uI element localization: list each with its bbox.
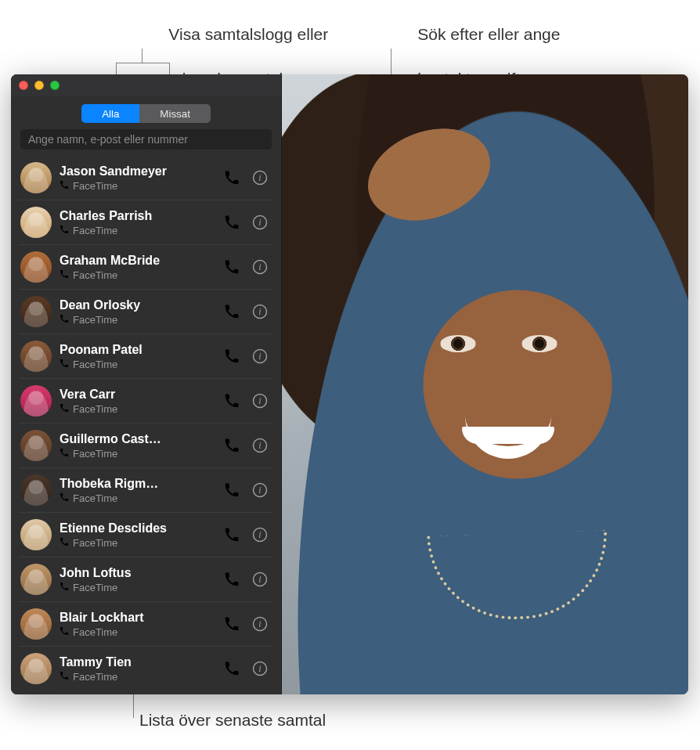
preview-illustration bbox=[465, 416, 551, 459]
search-input[interactable] bbox=[20, 129, 272, 150]
avatar bbox=[20, 162, 52, 193]
audio-call-button[interactable] bbox=[223, 303, 240, 320]
info-button[interactable]: i bbox=[251, 303, 269, 320]
info-button[interactable]: i bbox=[251, 214, 269, 231]
callout-leader bbox=[133, 691, 134, 718]
audio-call-button[interactable] bbox=[223, 392, 240, 409]
call-row[interactable]: Blair Lockhart FaceTime i bbox=[19, 602, 273, 647]
callout-recent-calls: Lista över senaste samtal bbox=[139, 711, 326, 730]
svg-text:i: i bbox=[258, 395, 261, 406]
call-type-label: FaceTime bbox=[73, 269, 117, 282]
info-button[interactable]: i bbox=[251, 169, 269, 186]
phone-icon bbox=[60, 403, 69, 416]
avatar bbox=[20, 608, 52, 640]
search-wrap bbox=[11, 129, 281, 156]
recent-calls-list[interactable]: Jason Sandmeyer FaceTime i Charles Parr bbox=[11, 156, 281, 694]
audio-call-button[interactable] bbox=[223, 571, 240, 588]
phone-icon bbox=[60, 448, 69, 460]
call-row[interactable]: Guillermo Cast… FaceTime i bbox=[19, 424, 273, 468]
svg-text:i: i bbox=[258, 574, 261, 585]
svg-text:i: i bbox=[258, 618, 261, 629]
call-row[interactable]: Charles Parrish FaceTime i bbox=[19, 200, 273, 245]
audio-call-button[interactable] bbox=[223, 615, 240, 633]
close-button[interactable] bbox=[19, 81, 28, 90]
call-row[interactable]: Poonam Patel FaceTime i bbox=[19, 334, 273, 379]
call-type-label: FaceTime bbox=[73, 671, 117, 683]
preview-illustration bbox=[427, 530, 610, 622]
avatar bbox=[20, 251, 52, 283]
avatar bbox=[20, 296, 52, 327]
audio-call-button[interactable] bbox=[223, 481, 240, 499]
call-type-label: FaceTime bbox=[73, 359, 117, 371]
info-button[interactable]: i bbox=[251, 571, 269, 588]
row-actions: i bbox=[223, 303, 270, 320]
row-actions: i bbox=[223, 348, 270, 365]
video-preview bbox=[282, 74, 688, 694]
call-type-label: FaceTime bbox=[73, 448, 117, 460]
info-button[interactable]: i bbox=[251, 660, 269, 677]
call-text: Tammy Tien FaceTime bbox=[60, 654, 215, 683]
call-subtitle: FaceTime bbox=[60, 269, 215, 282]
contact-name: Charles Parrish bbox=[60, 208, 215, 223]
info-button[interactable]: i bbox=[251, 437, 269, 454]
call-text: Vera Carr FaceTime bbox=[60, 387, 215, 416]
callout-text: Sök efter eller ange bbox=[417, 25, 560, 43]
window-titlebar bbox=[11, 74, 281, 96]
call-type-label: FaceTime bbox=[73, 403, 117, 416]
svg-text:i: i bbox=[258, 351, 261, 362]
row-actions: i bbox=[223, 660, 270, 677]
contact-name: Etienne Desclides bbox=[60, 521, 215, 535]
audio-call-button[interactable] bbox=[223, 169, 240, 186]
audio-call-button[interactable] bbox=[223, 526, 240, 543]
avatar bbox=[20, 430, 52, 461]
call-row[interactable]: John Loftus FaceTime i bbox=[19, 557, 273, 602]
svg-text:i: i bbox=[258, 172, 261, 183]
phone-icon bbox=[60, 671, 69, 683]
row-actions: i bbox=[223, 258, 270, 276]
info-button[interactable]: i bbox=[251, 615, 269, 633]
contact-name: Thobeka Rigm… bbox=[60, 476, 215, 491]
phone-icon bbox=[60, 492, 69, 505]
call-subtitle: FaceTime bbox=[60, 492, 215, 505]
call-row[interactable]: Jason Sandmeyer FaceTime i bbox=[19, 156, 273, 200]
phone-icon bbox=[60, 537, 69, 550]
call-text: Blair Lockhart FaceTime bbox=[60, 610, 215, 639]
call-text: John Loftus FaceTime bbox=[60, 565, 215, 594]
call-subtitle: FaceTime bbox=[60, 626, 215, 639]
avatar bbox=[20, 207, 52, 238]
audio-call-button[interactable] bbox=[223, 258, 240, 276]
call-row[interactable]: Graham McBride FaceTime i bbox=[19, 245, 273, 290]
contact-name: Vera Carr bbox=[60, 387, 215, 402]
minimize-button[interactable] bbox=[34, 81, 44, 90]
audio-call-button[interactable] bbox=[223, 660, 240, 677]
call-row[interactable]: Etienne Desclides FaceTime i bbox=[19, 513, 273, 557]
audio-call-button[interactable] bbox=[223, 437, 240, 454]
svg-text:i: i bbox=[258, 261, 261, 272]
tab-missed-calls[interactable]: Missat bbox=[139, 104, 211, 123]
info-button[interactable]: i bbox=[251, 348, 269, 365]
callout-text: Visa samtalslogg eller bbox=[168, 25, 328, 43]
contact-name: Guillermo Cast… bbox=[60, 431, 215, 446]
row-actions: i bbox=[223, 571, 270, 588]
call-type-label: FaceTime bbox=[73, 537, 117, 550]
audio-call-button[interactable] bbox=[223, 214, 240, 231]
row-actions: i bbox=[223, 214, 270, 231]
call-row[interactable]: Dean Orlosky FaceTime i bbox=[19, 290, 273, 334]
tab-all-calls[interactable]: Alla bbox=[81, 104, 139, 123]
audio-call-button[interactable] bbox=[223, 348, 240, 365]
contact-name: Graham McBride bbox=[60, 253, 215, 268]
info-button[interactable]: i bbox=[251, 392, 269, 409]
zoom-button[interactable] bbox=[50, 81, 60, 90]
call-row[interactable]: Vera Carr FaceTime i bbox=[19, 379, 273, 424]
call-row[interactable]: Tammy Tien FaceTime i bbox=[19, 647, 273, 691]
info-button[interactable]: i bbox=[251, 526, 269, 543]
info-button[interactable]: i bbox=[251, 481, 269, 499]
call-text: Thobeka Rigm… FaceTime bbox=[60, 476, 215, 505]
callout-leader bbox=[142, 49, 143, 63]
info-button[interactable]: i bbox=[251, 258, 269, 276]
row-actions: i bbox=[223, 615, 270, 633]
row-actions: i bbox=[223, 169, 270, 186]
call-text: Jason Sandmeyer FaceTime bbox=[60, 164, 215, 193]
contact-name: Tammy Tien bbox=[60, 654, 215, 669]
call-row[interactable]: Thobeka Rigm… FaceTime i bbox=[19, 468, 273, 513]
